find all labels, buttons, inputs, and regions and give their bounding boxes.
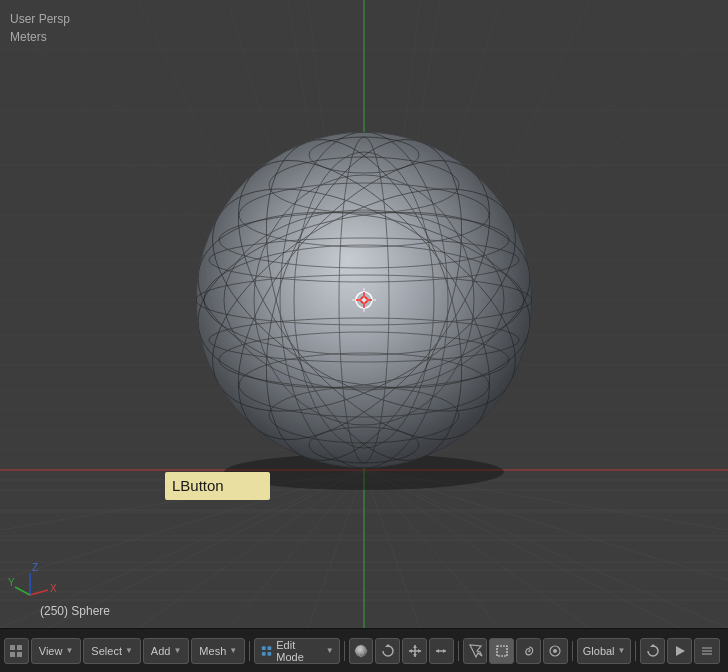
mode-icon-btn[interactable] (4, 638, 29, 664)
svg-text:Z: Z (32, 562, 38, 573)
svg-rect-109 (268, 651, 272, 655)
svg-rect-105 (17, 652, 22, 657)
lasso-icon (521, 643, 537, 659)
svg-text:X: X (50, 583, 57, 594)
svg-marker-117 (409, 649, 412, 653)
transform-btn[interactable] (429, 638, 454, 664)
object-info: (250) Sphere (40, 604, 110, 618)
unit-label: Meters (10, 28, 70, 46)
view-type: User Persp (10, 10, 70, 28)
svg-marker-113 (385, 644, 391, 647)
edit-mode-chevron: ▼ (326, 646, 334, 655)
svg-marker-122 (436, 649, 439, 653)
svg-marker-116 (418, 649, 421, 653)
edit-mode-dropdown[interactable]: Edit Mode ▼ (254, 638, 340, 664)
edit-mode-icon (260, 644, 273, 658)
play-btn[interactable] (667, 638, 692, 664)
scale-btn[interactable] (402, 638, 427, 664)
separator-2 (344, 641, 345, 661)
view-chevron: ▼ (65, 646, 73, 655)
svg-rect-102 (10, 645, 15, 650)
viewport: X Y Z LButton User Persp Meters (250) Sp… (0, 0, 728, 628)
svg-marker-121 (443, 649, 446, 653)
select-chevron: ▼ (125, 646, 133, 655)
rotate-icon (380, 643, 396, 659)
toolbar: View ▼ Select ▼ Add ▼ Mesh ▼ Edit Mode ▼ (0, 628, 728, 672)
svg-rect-123 (497, 646, 507, 656)
add-menu-btn[interactable]: Add ▼ (143, 638, 190, 664)
select-box-icon (494, 643, 510, 659)
view-menu-btn[interactable]: View ▼ (31, 638, 82, 664)
svg-rect-108 (262, 651, 266, 655)
lasso-btn[interactable] (516, 638, 541, 664)
sphere-view-btn[interactable] (349, 638, 374, 664)
timeline-btn[interactable] (694, 638, 720, 664)
refresh-icon (646, 644, 660, 658)
global-chevron: ▼ (618, 646, 626, 655)
svg-point-110 (355, 645, 367, 657)
separator-4 (572, 641, 573, 661)
add-chevron: ▼ (173, 646, 181, 655)
svg-text:LButton: LButton (172, 477, 224, 494)
svg-rect-103 (17, 645, 22, 650)
select-menu-btn[interactable]: Select ▼ (83, 638, 141, 664)
mesh-menu-btn[interactable]: Mesh ▼ (191, 638, 245, 664)
paint-btn[interactable] (543, 638, 568, 664)
svg-marker-118 (413, 654, 417, 657)
cursor-btn[interactable] (463, 638, 488, 664)
view-label: User Persp Meters (10, 10, 70, 46)
global-label: Global (583, 645, 615, 657)
paint-icon (547, 643, 563, 659)
svg-rect-104 (10, 652, 15, 657)
play-icon (673, 644, 687, 658)
svg-rect-107 (268, 646, 272, 650)
separator-1 (249, 641, 250, 661)
sphere-icon (353, 643, 369, 659)
mesh-chevron: ▼ (229, 646, 237, 655)
edit-mode-label: Edit Mode (276, 639, 322, 663)
separator-3 (458, 641, 459, 661)
svg-marker-119 (413, 645, 417, 648)
scale-icon (407, 643, 423, 659)
svg-point-125 (553, 649, 557, 653)
transform-icon (433, 643, 449, 659)
cursor-icon (467, 643, 483, 659)
select-box-btn[interactable] (489, 638, 514, 664)
separator-5 (635, 641, 636, 661)
svg-text:Y: Y (8, 577, 15, 588)
timeline-icon (700, 644, 714, 658)
svg-marker-126 (650, 644, 656, 647)
svg-rect-106 (262, 646, 266, 650)
refresh-btn[interactable] (640, 638, 665, 664)
svg-marker-127 (676, 646, 685, 656)
rotate-btn[interactable] (375, 638, 400, 664)
global-dropdown[interactable]: Global ▼ (577, 638, 632, 664)
